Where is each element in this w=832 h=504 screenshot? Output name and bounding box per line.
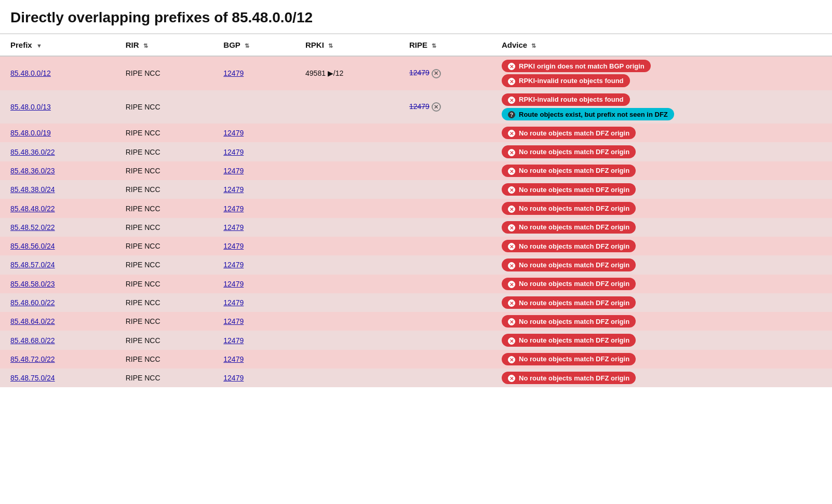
advice-text: No route objects match DFZ origin: [519, 223, 629, 231]
bgp-cell: 12479: [213, 218, 295, 237]
page-title: Directly overlapping prefixes of 85.48.0…: [0, 0, 832, 34]
table-row: 85.48.64.0/22RIPE NCC12479✕No route obje…: [0, 312, 832, 331]
bgp-link[interactable]: 12479: [223, 374, 244, 382]
col-ripe-label: RIPE: [409, 40, 427, 49]
bgp-link[interactable]: 12479: [223, 129, 244, 137]
svg-text:✕: ✕: [509, 98, 514, 103]
advice-badge-0: ✕No route objects match DFZ origin: [502, 278, 636, 290]
rir-cell: RIPE NCC: [115, 350, 213, 369]
rpki-cell: [295, 180, 399, 199]
bgp-link[interactable]: 12479: [223, 223, 244, 231]
col-advice[interactable]: Advice ⇅: [491, 34, 832, 56]
rir-cell: RIPE NCC: [115, 293, 213, 312]
prefix-link[interactable]: 85.48.64.0/22: [10, 317, 55, 325]
col-rpki-label: RPKI: [305, 40, 324, 49]
rir-cell: RIPE NCC: [115, 90, 213, 124]
prefix-link[interactable]: 85.48.72.0/22: [10, 355, 55, 363]
advice-badge-0: ✕No route objects match DFZ origin: [502, 334, 636, 346]
bgp-link[interactable]: 12479: [223, 205, 244, 213]
rir-cell: RIPE NCC: [115, 199, 213, 217]
col-rir[interactable]: RIR ⇅: [115, 34, 213, 56]
advice-text: No route objects match DFZ origin: [519, 374, 629, 382]
prefix-cell: 85.48.36.0/23: [0, 161, 115, 180]
sort-ripe-icon[interactable]: ⇅: [432, 43, 436, 49]
advice-badge-0: ✕No route objects match DFZ origin: [502, 202, 636, 214]
prefix-cell: 85.48.64.0/22: [0, 312, 115, 331]
col-bgp-label: BGP: [223, 40, 240, 49]
prefix-cell: 85.48.60.0/22: [0, 293, 115, 312]
bgp-link[interactable]: 12479: [223, 355, 244, 363]
bgp-link[interactable]: 12479: [223, 242, 244, 250]
bgp-link[interactable]: 12479: [223, 167, 244, 175]
bgp-link[interactable]: 12479: [223, 185, 244, 194]
svg-text:✕: ✕: [509, 169, 514, 174]
prefix-link[interactable]: 85.48.48.0/22: [10, 205, 55, 213]
bgp-link[interactable]: 12479: [223, 280, 244, 288]
advice-badge-1: ?Route objects exist, but prefix not see…: [502, 108, 674, 120]
advice-badge-0: ✕RPKI origin does not match BGP origin: [502, 60, 651, 72]
main-container: Directly overlapping prefixes of 85.48.0…: [0, 0, 832, 504]
prefix-link[interactable]: 85.48.52.0/22: [10, 223, 55, 231]
sort-advice-icon[interactable]: ⇅: [531, 43, 536, 49]
prefix-link[interactable]: 85.48.68.0/22: [10, 336, 55, 345]
prefix-link[interactable]: 85.48.36.0/22: [10, 148, 55, 156]
advice-text: No route objects match DFZ origin: [519, 280, 629, 288]
prefix-link[interactable]: 85.48.60.0/22: [10, 298, 55, 307]
advice-badges: ✕No route objects match DFZ origin: [502, 372, 822, 384]
advice-text: No route objects match DFZ origin: [519, 318, 629, 325]
prefix-link[interactable]: 85.48.0.0/12: [10, 69, 51, 77]
prefix-link[interactable]: 85.48.58.0/23: [10, 280, 55, 288]
bgp-link[interactable]: 12479: [223, 298, 244, 307]
prefix-link[interactable]: 85.48.36.0/23: [10, 167, 55, 175]
svg-text:✕: ✕: [509, 187, 514, 193]
sort-rpki-icon[interactable]: ⇅: [328, 43, 333, 49]
advice-cell: ✕No route objects match DFZ origin: [491, 369, 832, 387]
advice-badge-0: ✕No route objects match DFZ origin: [502, 296, 636, 309]
ripe-cell: [399, 293, 491, 312]
prefix-link[interactable]: 85.48.57.0/24: [10, 261, 55, 269]
rir-cell: RIPE NCC: [115, 124, 213, 142]
advice-text: RPKI-invalid route objects found: [519, 77, 624, 85]
error-circle-icon: ✕: [508, 204, 516, 212]
prefix-link[interactable]: 85.48.0.0/13: [10, 103, 51, 111]
bgp-link[interactable]: 12479: [223, 317, 244, 325]
prefix-link[interactable]: 85.48.75.0/24: [10, 374, 55, 382]
bgp-link[interactable]: 12479: [223, 148, 244, 156]
advice-text: Route objects exist, but prefix not seen…: [519, 111, 668, 118]
table-row: 85.48.52.0/22RIPE NCC12479✕No route obje…: [0, 218, 832, 237]
error-circle-icon: ✕: [508, 242, 516, 250]
svg-text:✕: ✕: [509, 207, 514, 212]
svg-text:✕: ✕: [509, 244, 514, 250]
table-row: 85.48.0.0/13RIPE NCC12479✕✕RPKI-invalid …: [0, 90, 832, 124]
advice-cell: ✕RPKI origin does not match BGP origin✕R…: [491, 56, 832, 90]
svg-text:?: ?: [510, 112, 513, 118]
bgp-link[interactable]: 12479: [223, 69, 244, 77]
col-ripe[interactable]: RIPE ⇅: [399, 34, 491, 56]
bgp-cell: 12479: [213, 275, 295, 293]
ripe-cell: [399, 331, 491, 349]
sort-bgp-icon[interactable]: ⇅: [245, 43, 249, 49]
advice-cell: ✕No route objects match DFZ origin: [491, 331, 832, 349]
col-rpki[interactable]: RPKI ⇅: [295, 34, 399, 56]
prefix-link[interactable]: 85.48.0.0/19: [10, 129, 51, 137]
sort-prefix-icon[interactable]: ▼: [36, 43, 42, 49]
rpki-cell: [295, 331, 399, 349]
bgp-link[interactable]: 12479: [223, 336, 244, 345]
ripe-value: 12479: [409, 69, 430, 77]
col-prefix[interactable]: Prefix ▼: [0, 34, 115, 56]
bgp-link[interactable]: 12479: [223, 261, 244, 269]
sort-rir-icon[interactable]: ⇅: [143, 43, 148, 49]
prefix-link[interactable]: 85.48.38.0/24: [10, 185, 55, 194]
bgp-cell: 12479: [213, 142, 295, 161]
rpki-cell: [295, 90, 399, 124]
advice-text: No route objects match DFZ origin: [519, 186, 629, 194]
rpki-value: 49581 ▶/12: [305, 69, 343, 77]
rpki-cell: [295, 237, 399, 255]
table-row: 85.48.75.0/24RIPE NCC12479✕No route obje…: [0, 369, 832, 387]
col-bgp[interactable]: BGP ⇅: [213, 34, 295, 56]
table-row: 85.48.48.0/22RIPE NCC12479✕No route obje…: [0, 199, 832, 217]
advice-cell: ✕No route objects match DFZ origin: [491, 237, 832, 255]
error-circle-icon: ✕: [508, 317, 516, 325]
svg-text:✕: ✕: [509, 64, 514, 70]
prefix-link[interactable]: 85.48.56.0/24: [10, 242, 55, 250]
